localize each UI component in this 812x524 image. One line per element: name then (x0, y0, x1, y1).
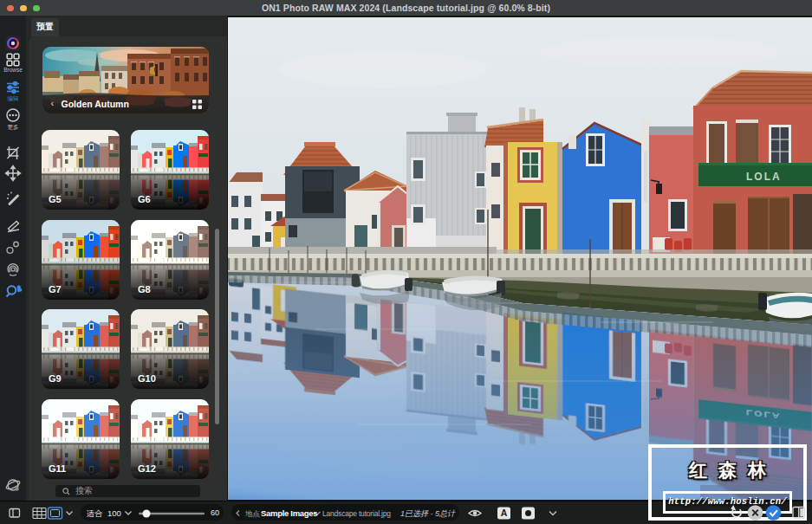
svg-text:A: A (501, 508, 508, 518)
svg-text:LOLA: LOLA (746, 171, 782, 183)
